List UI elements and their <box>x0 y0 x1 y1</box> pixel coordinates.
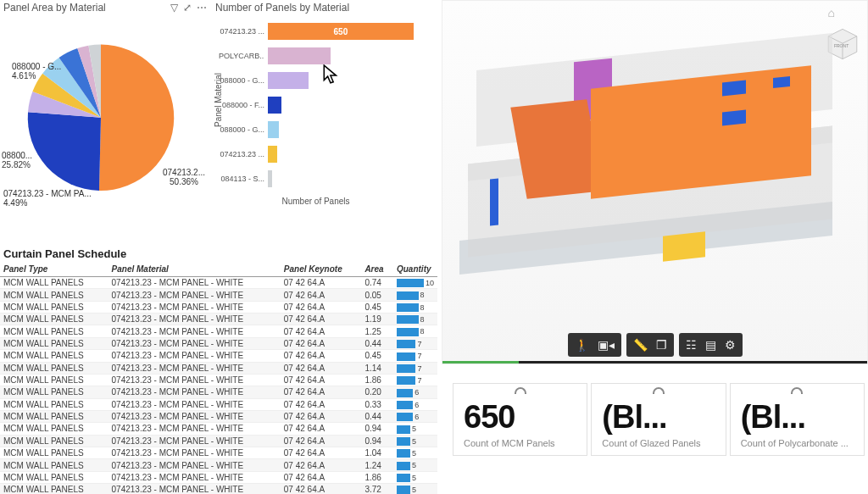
bar-row[interactable]: 074213.23 ... <box>268 143 433 165</box>
table-cell: 0.94 <box>361 435 393 447</box>
pie-label-lilac-cat: 088000 - G... <box>12 62 61 71</box>
table-row[interactable]: MCM WALL PANELS074213.23 - MCM PANEL - W… <box>0 386 437 398</box>
table-row[interactable]: MCM WALL PANELS074213.23 - MCM PANEL - W… <box>0 289 437 301</box>
bar-rect[interactable] <box>268 47 331 64</box>
pie-label-orange-pct: 50.36% <box>170 177 198 186</box>
table-cell: 074213.23 - MCM PANEL - WHITE <box>108 471 281 483</box>
table-cell: 3.72 <box>361 484 393 494</box>
table-row[interactable]: MCM WALL PANELS074213.23 - MCM PANEL - W… <box>0 314 437 325</box>
kpi-card[interactable]: (Bl...Count of Polycarbonate ... <box>730 383 865 456</box>
table-row[interactable]: MCM WALL PANELS074213.23 - MCM PANEL - W… <box>0 459 437 471</box>
schedule-header[interactable]: Panel Keynote <box>281 262 362 277</box>
window-blue <box>722 80 746 97</box>
schedule-header[interactable]: Panel Type <box>0 262 108 277</box>
table-cell: 1.19 <box>361 314 393 325</box>
table-cell: 1.25 <box>361 325 393 337</box>
bar-rect[interactable] <box>268 121 279 138</box>
measure-icon[interactable]: 📏 <box>633 338 648 352</box>
table-row[interactable]: MCM WALL PANELS074213.23 - MCM PANEL - W… <box>0 410 437 422</box>
home-icon[interactable]: ⌂ <box>828 6 835 19</box>
kpi-label: Count of Glazed Panels <box>602 438 715 448</box>
bar-rect[interactable] <box>268 146 277 163</box>
viewer-toolbar: 🚶 ▣◂ 📏 ❐ ☷ ▤ ⚙ <box>568 333 743 357</box>
table-cell: 07 42 64.A <box>281 386 362 398</box>
table-row[interactable]: MCM WALL PANELS074213.23 - MCM PANEL - W… <box>0 398 437 410</box>
quantity-cell: 6 <box>393 398 437 410</box>
quantity-bar <box>397 303 419 312</box>
table-row[interactable]: MCM WALL PANELS074213.23 - MCM PANEL - W… <box>0 325 437 337</box>
bar-rect[interactable] <box>268 97 281 114</box>
schedule-header[interactable]: Area <box>361 262 393 277</box>
schedule-header[interactable]: Panel Material <box>108 262 281 277</box>
bar-row[interactable]: POLYCARB... <box>268 45 433 67</box>
properties-icon[interactable]: ▤ <box>705 338 716 352</box>
table-cell: 074213.23 - MCM PANEL - WHITE <box>108 362 281 374</box>
bar-category: 074213.23 ... <box>219 150 264 158</box>
quantity-value: 10 <box>426 279 434 287</box>
bar-row[interactable]: 088000 - F... <box>268 94 433 116</box>
table-cell: MCM WALL PANELS <box>0 386 108 398</box>
table-row[interactable]: MCM WALL PANELS074213.23 - MCM PANEL - W… <box>0 362 437 374</box>
table-row[interactable]: MCM WALL PANELS074213.23 - MCM PANEL - W… <box>0 301 437 313</box>
window-blue <box>722 110 746 126</box>
table-row[interactable]: MCM WALL PANELS074213.23 - MCM PANEL - W… <box>0 374 437 386</box>
table-cell: 074213.23 - MCM PANEL - WHITE <box>108 410 281 422</box>
kpi-card[interactable]: 650Count of MCM Panels <box>453 383 587 456</box>
pie-label-blue-cat: 08800... <box>2 151 32 160</box>
pie-label-orange-cat: 074213.2... <box>163 168 205 177</box>
table-row[interactable]: MCM WALL PANELS074213.23 - MCM PANEL - W… <box>0 447 437 459</box>
table-cell: 074213.23 - MCM PANEL - WHITE <box>108 314 281 325</box>
quantity-value: 5 <box>412 461 416 469</box>
bar-rect[interactable] <box>268 72 309 89</box>
table-row[interactable]: MCM WALL PANELS074213.23 - MCM PANEL - W… <box>0 435 437 447</box>
table-row[interactable]: MCM WALL PANELS074213.23 - MCM PANEL - W… <box>0 471 437 483</box>
table-row[interactable]: MCM WALL PANELS074213.23 - MCM PANEL - W… <box>0 337 437 349</box>
table-cell: 1.04 <box>361 447 393 459</box>
schedule-header[interactable]: Quantity <box>393 262 437 277</box>
bar-row[interactable]: 088000 - G... <box>268 119 433 141</box>
more-icon[interactable]: ⋯ <box>197 2 207 14</box>
quantity-cell: 7 <box>393 337 437 349</box>
table-cell: MCM WALL PANELS <box>0 484 108 494</box>
bar-category: 088000 - G... <box>219 76 264 85</box>
quantity-cell: 5 <box>393 471 437 483</box>
walk-icon[interactable]: 🚶 <box>575 338 589 352</box>
focus-icon[interactable]: ⤢ <box>183 2 192 14</box>
camera-icon[interactable]: ▣◂ <box>598 338 615 352</box>
table-cell: 07 42 64.A <box>281 435 362 447</box>
3d-viewer[interactable]: ⌂ FRONT 🚶 ▣◂ <box>442 0 868 364</box>
table-cell: 1.14 <box>361 362 393 374</box>
kpi-label: Count of MCM Panels <box>464 438 576 448</box>
table-row[interactable]: MCM WALL PANELS074213.23 - MCM PANEL - W… <box>0 423 437 435</box>
table-row[interactable]: MCM WALL PANELS074213.23 - MCM PANEL - W… <box>0 350 437 362</box>
table-row[interactable]: MCM WALL PANELS074213.23 - MCM PANEL - W… <box>0 484 437 494</box>
pie-label-yellow-pct: 4.49% <box>3 198 27 208</box>
model-tree-icon[interactable]: ☷ <box>686 338 697 352</box>
quantity-cell: 8 <box>393 314 437 325</box>
table-cell: 07 42 64.A <box>281 337 362 349</box>
kpi-card[interactable]: (Bl...Count of Glazed Panels <box>591 383 726 456</box>
table-row[interactable]: MCM WALL PANELS074213.23 - MCM PANEL - W… <box>0 277 437 289</box>
filter-icon[interactable]: ▽ <box>170 2 178 14</box>
quantity-bar <box>397 389 413 397</box>
quantity-bar <box>397 425 410 434</box>
section-cube-icon[interactable]: ❐ <box>656 338 667 352</box>
schedule-table[interactable]: Panel TypePanel MaterialPanel KeynoteAre… <box>0 262 437 494</box>
quantity-cell: 5 <box>393 484 437 494</box>
table-cell: 074213.23 - MCM PANEL - WHITE <box>108 423 281 435</box>
bar-category: POLYCARB... <box>219 52 264 60</box>
bar-row[interactable]: 074213.23 ...650 <box>268 20 433 42</box>
table-cell: 1.24 <box>361 459 393 471</box>
table-cell: MCM WALL PANELS <box>0 410 108 422</box>
quantity-bar <box>397 449 410 458</box>
settings-icon[interactable]: ⚙ <box>725 338 736 352</box>
quantity-value: 5 <box>412 486 416 494</box>
bar-rect[interactable]: 650 <box>268 23 414 40</box>
table-cell: 074213.23 - MCM PANEL - WHITE <box>108 277 281 289</box>
bar-rect[interactable] <box>268 170 272 187</box>
pie-slice[interactable] <box>28 112 101 191</box>
table-cell: 074213.23 - MCM PANEL - WHITE <box>108 435 281 447</box>
bar-row[interactable]: 084113 - S... <box>268 168 433 190</box>
bar-row[interactable]: 088000 - G... <box>268 69 433 92</box>
bar-title: Number of Panels by Material <box>215 2 433 14</box>
